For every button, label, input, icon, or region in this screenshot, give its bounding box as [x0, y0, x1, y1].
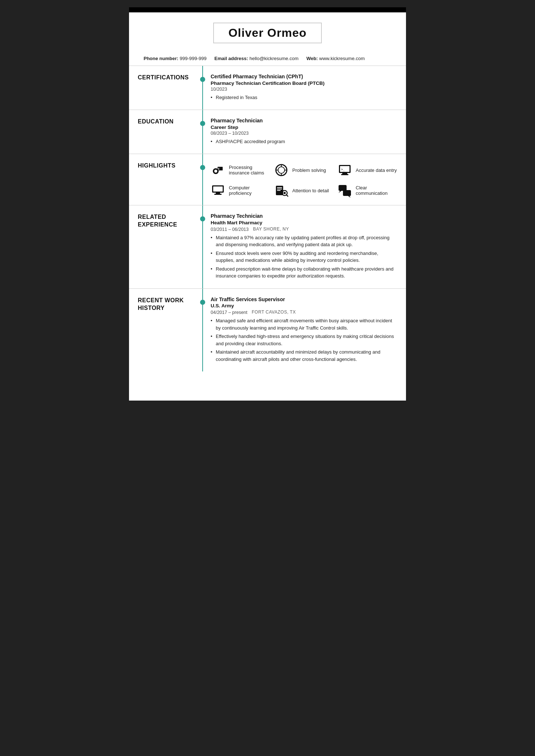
highlight-communication-label: Clear communication [356, 185, 397, 196]
certifications-label-area: CERTIFICATIONS [129, 66, 202, 110]
data-icon: >_ [337, 163, 352, 177]
communication-icon [337, 183, 352, 198]
recentwork-bullet-1: Managed safe and efficient aircraft move… [211, 317, 397, 331]
relexp-location: BAY SHORE, NY [253, 227, 289, 232]
cert-title: Certified Pharmacy Technician (CPhT) [211, 73, 397, 80]
highlights-divider [202, 154, 203, 205]
recentwork-subtitle: U.S. Army [211, 303, 397, 308]
svg-point-5 [278, 167, 285, 173]
certifications-divider [202, 66, 203, 110]
svg-rect-14 [341, 174, 348, 175]
relexp-bullet-1: Maintained a 97% accuracy rate by updati… [211, 234, 397, 248]
related-experience-divider [202, 205, 203, 288]
related-experience-section: RELATED EXPERIENCE Pharmacy Technician H… [129, 205, 406, 289]
education-label-area: EDUCATION [129, 110, 202, 154]
highlights-label: HIGHLIGHTS [138, 162, 176, 170]
relexp-subtitle: Health Mart Pharmacy [211, 220, 397, 225]
education-dot [200, 121, 205, 126]
edu-subtitle: Career Step [211, 125, 397, 130]
highlight-communication: Clear communication [337, 183, 397, 198]
certifications-label: CERTIFICATIONS [138, 74, 189, 82]
edu-date: 08/2023 – 10/2023 [211, 131, 397, 136]
relexp-date-row: 03/2011 – 06/2013 BAY SHORE, NY [211, 226, 397, 232]
highlight-computer: Computer proficiency [211, 183, 270, 198]
recentwork-date: 04/2017 – present [211, 310, 247, 315]
svg-rect-20 [277, 187, 282, 188]
recent-work-divider [202, 289, 203, 372]
education-divider [202, 110, 203, 154]
highlight-attention-label: Attention to detail [292, 188, 329, 193]
contact-bar: Phone number: 999-999-999 Email address:… [129, 54, 406, 66]
highlight-problem-label: Problem solving [292, 168, 326, 173]
related-experience-content: Pharmacy Technician Health Mart Pharmacy… [203, 205, 406, 288]
recentwork-title: Air Traffic Services Supervisor [211, 296, 397, 303]
computer-icon [211, 183, 225, 198]
recent-work-label-area: RECENT WORK HISTORY [129, 289, 202, 372]
cert-date: 10/2023 [211, 87, 397, 92]
svg-rect-13 [342, 173, 347, 174]
relexp-date: 03/2011 – 06/2013 [211, 227, 249, 232]
cert-subtitle: Pharmacy Technician Certification Board … [211, 80, 397, 86]
svg-marker-29 [348, 196, 351, 197]
recent-work-content: Air Traffic Services Supervisor U.S. Arm… [203, 289, 406, 372]
svg-rect-22 [277, 190, 281, 191]
highlight-problem: Problem solving [274, 163, 334, 177]
phone-value: 999-999-999 [180, 56, 207, 61]
recentwork-bullet-2: Effectively handled high-stress and emer… [211, 333, 397, 347]
education-section: EDUCATION Pharmacy Technician Career Ste… [129, 110, 406, 154]
top-bar [129, 7, 406, 12]
highlight-insurance: $ Processing insurance claims [211, 163, 270, 177]
highlights-content: $ Processing insurance claims [203, 154, 406, 205]
highlights-label-area: HIGHLIGHTS [129, 154, 202, 205]
resume-document: Oliver Ormeo Phone number: 999-999-999 E… [129, 7, 406, 401]
certifications-content: Certified Pharmacy Technician (CPhT) Pha… [203, 66, 406, 110]
recentwork-bullets: Managed safe and efficient aircraft move… [211, 317, 397, 363]
web-label: Web: [306, 56, 318, 61]
candidate-name: Oliver Ormeo [229, 26, 307, 40]
recent-work-dot [200, 300, 205, 305]
relexp-bullet-2: Ensured stock levels were over 90% by au… [211, 250, 397, 264]
related-experience-label: RELATED EXPERIENCE [138, 213, 196, 229]
recentwork-bullet-3: Maintained aircraft accountability and m… [211, 349, 397, 363]
highlight-data: >_ Accurate data entry [337, 163, 397, 177]
svg-rect-18 [214, 194, 222, 195]
education-label: EDUCATION [138, 118, 173, 126]
svg-line-25 [286, 195, 288, 196]
recentwork-location: FORT CAVAZOS, TX [252, 310, 296, 315]
highlight-data-label: Accurate data entry [356, 168, 397, 173]
related-experience-label-area: RELATED EXPERIENCE [129, 205, 202, 288]
relexp-title: Pharmacy Technician [211, 213, 397, 220]
name-box: Oliver Ormeo [213, 23, 322, 43]
attention-icon [274, 183, 289, 198]
education-content: Pharmacy Technician Career Step 08/2023 … [203, 110, 406, 154]
edu-bullets: ASHP/ACPE accredited program [211, 138, 397, 145]
relexp-bullet-3: Reduced prescription wait-time delays by… [211, 265, 397, 280]
svg-rect-26 [339, 185, 347, 191]
problem-icon [274, 163, 289, 177]
edu-bullet-1: ASHP/ACPE accredited program [211, 138, 397, 145]
recentwork-date-row: 04/2017 – present FORT CAVAZOS, TX [211, 309, 397, 315]
recent-work-label: RECENT WORK HISTORY [138, 297, 196, 312]
svg-text:>_: >_ [341, 168, 345, 171]
svg-rect-16 [213, 186, 223, 192]
svg-point-1 [214, 170, 217, 173]
relexp-bullets: Maintained a 97% accuracy rate by updati… [211, 234, 397, 280]
svg-rect-28 [343, 190, 351, 196]
cert-bullet-1: Registered in Texas [211, 94, 397, 101]
svg-rect-17 [216, 193, 220, 194]
email-label: Email address: [214, 56, 248, 61]
svg-marker-27 [339, 191, 341, 193]
certifications-dot [200, 77, 205, 82]
highlights-section: HIGHLIGHTS $ Processing insura [129, 154, 406, 205]
recent-work-section: RECENT WORK HISTORY Air Traffic Services… [129, 289, 406, 372]
phone-label: Phone number: [144, 56, 178, 61]
header-section: Oliver Ormeo [129, 12, 406, 54]
web-value: www.kickresume.com [319, 56, 365, 61]
highlights-grid: $ Processing insurance claims [211, 163, 397, 198]
highlight-computer-label: Computer proficiency [229, 185, 270, 196]
highlight-insurance-label: Processing insurance claims [229, 165, 270, 176]
insurance-icon: $ [211, 163, 225, 177]
highlight-attention: Attention to detail [274, 183, 334, 198]
svg-rect-21 [277, 189, 282, 189]
edu-title: Pharmacy Technician [211, 117, 397, 125]
